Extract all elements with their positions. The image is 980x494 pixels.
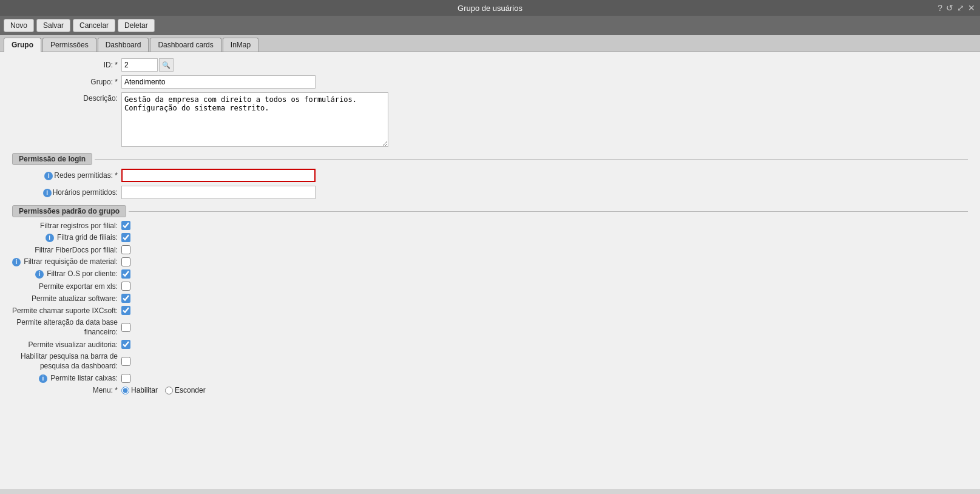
filtra-grid-row: i Filtra grid de filiais: bbox=[12, 233, 968, 242]
os-cliente-label: i Filtrar O.S por cliente: bbox=[12, 269, 121, 279]
id-input[interactable] bbox=[121, 58, 158, 72]
descricao-row: Descrição: Gestão da empresa com direito… bbox=[12, 92, 968, 147]
auditoria-row: Permite visualizar auditoria: bbox=[12, 340, 968, 349]
filtra-grid-info-icon[interactable]: i bbox=[46, 234, 54, 242]
id-row: ID: 🔍 bbox=[12, 58, 968, 72]
menu-row: Menu: * Habilitar Esconder bbox=[12, 386, 968, 394]
menu-habilitar-radio[interactable] bbox=[121, 387, 129, 394]
redes-info-icon[interactable]: i bbox=[44, 172, 53, 180]
deletar-button[interactable]: Deletar bbox=[118, 19, 155, 32]
novo-button[interactable]: Novo bbox=[4, 19, 34, 32]
grupo-input[interactable] bbox=[121, 75, 316, 89]
horarios-info-icon[interactable]: i bbox=[43, 189, 52, 197]
os-cliente-row: i Filtrar O.S por cliente: bbox=[12, 269, 968, 279]
auditoria-checkbox[interactable] bbox=[121, 340, 130, 349]
help-icon[interactable]: ? bbox=[938, 3, 942, 13]
pesquisa-dashboard-label: Habilitar pesquisa na barra depesquisa d… bbox=[12, 352, 121, 371]
suporte-ixcsoft-label: Permite chamar suporte IXCsoft: bbox=[12, 306, 121, 315]
horarios-input[interactable] bbox=[121, 186, 316, 199]
os-cliente-info-icon[interactable]: i bbox=[35, 270, 44, 279]
menu-habilitar-label: Habilitar bbox=[131, 386, 158, 394]
alteracao-data-checkbox[interactable] bbox=[121, 323, 130, 332]
tab-grupo[interactable]: Grupo bbox=[4, 38, 41, 52]
close-icon[interactable]: ✕ bbox=[968, 3, 975, 13]
toolbar: Novo Salvar Cancelar Deletar bbox=[0, 16, 980, 35]
os-cliente-checkbox[interactable] bbox=[121, 269, 130, 279]
permissoes-padrao-line bbox=[129, 211, 968, 212]
permissao-login-title: Permissão de login bbox=[12, 153, 92, 165]
tab-permissoes[interactable]: Permissões bbox=[42, 38, 96, 52]
descricao-textarea[interactable]: Gestão da empresa com direito a todos os… bbox=[121, 92, 388, 147]
title-bar: Grupo de usuários ? ↺ ⤢ ✕ bbox=[0, 0, 980, 16]
pesquisa-dashboard-row: Habilitar pesquisa na barra depesquisa d… bbox=[12, 352, 968, 371]
requisicao-label: i Filtrar requisição de material: bbox=[12, 257, 121, 266]
fiberdocs-label: Filtrar FiberDocs por filial: bbox=[12, 246, 121, 254]
alteracao-data-row: Permite alteração da data basefinanceiro… bbox=[12, 318, 968, 337]
tab-inmap[interactable]: InMap bbox=[223, 38, 259, 52]
fiberdocs-checkbox[interactable] bbox=[121, 245, 130, 254]
tabs-bar: Grupo Permissões Dashboard Dashboard car… bbox=[0, 35, 980, 52]
tab-dashboard-cards[interactable]: Dashboard cards bbox=[150, 38, 221, 52]
filtrar-registros-checkbox[interactable] bbox=[121, 221, 130, 230]
horarios-row: iHorários permitidos: bbox=[12, 186, 968, 199]
exportar-xls-row: Permite exportar em xls: bbox=[12, 282, 968, 291]
requisicao-row: i Filtrar requisição de material: bbox=[12, 257, 968, 266]
redes-row: iRedes permitidas: * bbox=[12, 169, 968, 182]
listar-caixas-checkbox[interactable] bbox=[121, 374, 130, 383]
alteracao-data-label: Permite alteração da data basefinanceiro… bbox=[12, 318, 121, 337]
title-bar-icons: ? ↺ ⤢ ✕ bbox=[938, 3, 975, 13]
redes-input[interactable] bbox=[121, 169, 316, 182]
menu-esconder-option[interactable]: Esconder bbox=[165, 386, 206, 394]
atualizar-software-label: Permite atualizar software: bbox=[12, 294, 121, 303]
permissao-login-header: Permissão de login bbox=[12, 153, 968, 165]
filtra-grid-checkbox[interactable] bbox=[121, 233, 130, 242]
menu-radio-group: Habilitar Esconder bbox=[121, 386, 206, 394]
refresh-icon[interactable]: ↺ bbox=[946, 3, 953, 13]
main-content: ID: 🔍 Grupo: Descrição: Gestão da empres… bbox=[0, 52, 980, 489]
auditoria-label: Permite visualizar auditoria: bbox=[12, 340, 121, 349]
tab-dashboard[interactable]: Dashboard bbox=[98, 38, 149, 52]
requisicao-checkbox[interactable] bbox=[121, 257, 130, 266]
permissoes-padrao-header: Permissões padrão do grupo bbox=[12, 205, 968, 217]
window-title: Grupo de usuários bbox=[458, 4, 522, 13]
id-input-wrap: 🔍 bbox=[121, 58, 174, 72]
maximize-icon[interactable]: ⤢ bbox=[957, 3, 964, 13]
requisicao-info-icon[interactable]: i bbox=[12, 258, 21, 266]
listar-caixas-row: i Permite listar caixas: bbox=[12, 374, 968, 383]
filtrar-registros-row: Filtrar registros por filial: bbox=[12, 221, 968, 230]
menu-habilitar-option[interactable]: Habilitar bbox=[121, 386, 158, 394]
id-search-button[interactable]: 🔍 bbox=[159, 58, 174, 72]
atualizar-software-checkbox[interactable] bbox=[121, 294, 130, 303]
cancelar-button[interactable]: Cancelar bbox=[73, 19, 115, 32]
permissao-login-line bbox=[95, 159, 968, 160]
id-label: ID: bbox=[12, 61, 121, 69]
atualizar-software-row: Permite atualizar software: bbox=[12, 294, 968, 303]
exportar-xls-label: Permite exportar em xls: bbox=[12, 282, 121, 291]
horarios-label: iHorários permitidos: bbox=[12, 188, 121, 197]
grupo-label: Grupo: bbox=[12, 78, 121, 86]
grupo-row: Grupo: bbox=[12, 75, 968, 89]
fiberdocs-row: Filtrar FiberDocs por filial: bbox=[12, 245, 968, 254]
pesquisa-dashboard-checkbox[interactable] bbox=[121, 357, 130, 366]
listar-caixas-info-icon[interactable]: i bbox=[39, 374, 47, 383]
suporte-ixcsoft-row: Permite chamar suporte IXCsoft: bbox=[12, 306, 968, 315]
salvar-button[interactable]: Salvar bbox=[36, 19, 70, 32]
exportar-xls-checkbox[interactable] bbox=[121, 282, 130, 291]
suporte-ixcsoft-checkbox[interactable] bbox=[121, 306, 130, 315]
listar-caixas-label: i Permite listar caixas: bbox=[12, 374, 121, 383]
menu-esconder-radio[interactable] bbox=[165, 387, 173, 394]
menu-esconder-label: Esconder bbox=[175, 386, 206, 394]
redes-label: iRedes permitidas: * bbox=[12, 171, 121, 180]
menu-label: Menu: * bbox=[12, 386, 121, 394]
filtra-grid-label: i Filtra grid de filiais: bbox=[12, 233, 121, 242]
descricao-label: Descrição: bbox=[12, 92, 121, 103]
filtrar-registros-label: Filtrar registros por filial: bbox=[12, 222, 121, 230]
permissoes-padrao-title: Permissões padrão do grupo bbox=[12, 205, 126, 217]
